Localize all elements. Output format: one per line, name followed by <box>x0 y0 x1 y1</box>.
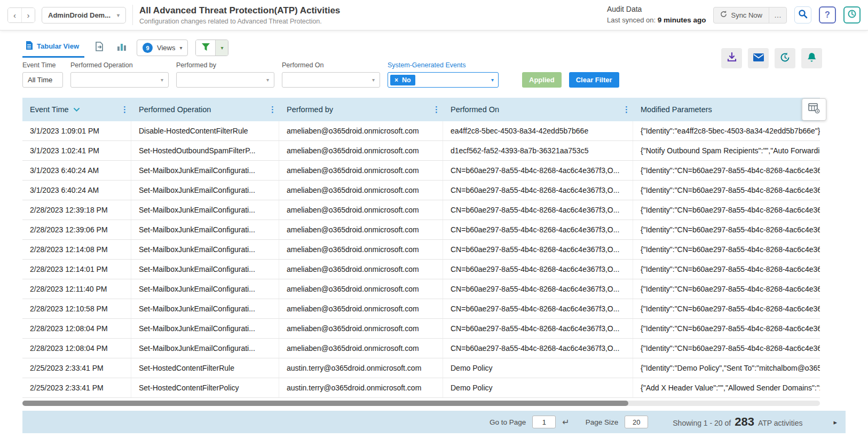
sync-now-label: Sync Now <box>731 11 762 19</box>
event-time-selector[interactable]: All Time <box>22 72 63 88</box>
table-cell: CN=b60ae297-8a55-4b4c-8268-4ac6c4e367f3,… <box>443 161 633 180</box>
column-menu-icon[interactable]: ⋮ <box>269 105 277 114</box>
table-cell: CN=b60ae297-8a55-4b4c-8268-4ac6c4e367f3,… <box>443 319 633 338</box>
sync-button-group: Sync Now … <box>713 7 787 24</box>
graphical-view-button[interactable] <box>114 41 129 54</box>
chip-label: No <box>402 76 411 84</box>
filter-performed-on: Performed On ▾ <box>282 61 380 88</box>
table-cell: ameliaben@o365droid.onmicrosoft.com <box>279 260 443 279</box>
table-cell: {"Add X Header Value":"","Allowed Sender… <box>633 378 820 397</box>
filter-dropdown-button[interactable]: ▾ <box>215 40 228 56</box>
sync-now-button[interactable]: Sync Now <box>714 7 769 23</box>
column-header-performed-by[interactable]: Performed by⋮ <box>279 98 443 121</box>
activity-history-button[interactable] <box>843 6 861 24</box>
table-row[interactable]: 2/28/2023 12:08:04 PMSet-MailboxJunkEmai… <box>22 339 820 358</box>
filter-system-generated: System-Generated Events × No ▾ <box>388 61 499 88</box>
table-cell: 2/28/2023 12:39:18 PM <box>22 200 131 220</box>
table-row[interactable]: 3/1/2023 1:02:41 PMSet-HostedOutboundSpa… <box>22 141 820 161</box>
email-report-button[interactable] <box>748 48 769 68</box>
performed-operation-select[interactable]: ▾ <box>70 72 169 88</box>
chevron-right-icon: › <box>27 11 30 20</box>
table-cell: {"Identity":"CN=b60ae297-8a55-4b4c-8268-… <box>633 161 820 180</box>
column-header-performed-on[interactable]: Performed On⋮ <box>443 98 633 121</box>
help-button[interactable]: ? <box>819 6 836 24</box>
enter-icon[interactable]: ↵ <box>562 417 569 427</box>
chevron-down-icon: ▾ <box>372 77 375 83</box>
column-menu-icon[interactable]: ⋮ <box>622 105 630 114</box>
table-cell: {"Notify Outbound Spam Recipients":"","A… <box>633 141 820 160</box>
column-menu-icon[interactable]: ⋮ <box>121 105 129 114</box>
forward-button[interactable]: › <box>21 8 35 22</box>
back-button[interactable]: ‹ <box>8 8 21 22</box>
more-options-button[interactable]: … <box>769 7 786 23</box>
file-export-icon <box>94 42 104 53</box>
chevron-down-icon: ▾ <box>117 12 120 18</box>
column-label: Event Time <box>30 105 69 114</box>
schedule-report-button[interactable] <box>775 48 795 68</box>
column-header-event-time[interactable]: Event Time⋮ <box>22 98 131 121</box>
column-settings-icon <box>808 103 820 116</box>
table-cell: {"Identity":"CN=b60ae297-8a55-4b4c-8268-… <box>633 200 820 220</box>
table-row[interactable]: 3/1/2023 1:09:01 PMDisable-HostedContent… <box>22 121 820 141</box>
table-header-row: Event Time⋮Performed Operation⋮Performed… <box>22 98 820 121</box>
table-cell: austin.terry@o365droid.onmicrosoft.com <box>279 358 443 378</box>
tab-tabular-view[interactable]: Tabular View <box>22 41 84 58</box>
table-row[interactable]: 2/28/2023 12:39:06 PMSet-MailboxJunkEmai… <box>22 220 820 240</box>
performed-by-select[interactable]: ▾ <box>176 72 274 88</box>
table-cell: {"Identity":"CN=b60ae297-8a55-4b4c-8268-… <box>633 279 820 299</box>
table-cell: ea4ff2c8-5bec-4503-8a34-42edd5b7b66e <box>443 121 633 140</box>
table-row[interactable]: 2/28/2023 12:14:01 PMSet-MailboxJunkEmai… <box>22 260 820 279</box>
column-header-performed-operation[interactable]: Performed Operation⋮ <box>131 98 279 121</box>
views-dropdown[interactable]: 9 Views ▾ <box>137 40 188 56</box>
table-row[interactable]: 2/28/2023 12:10:58 PMSet-MailboxJunkEmai… <box>22 299 820 319</box>
go-to-page-input[interactable] <box>532 416 556 428</box>
table-row[interactable]: 2/28/2023 12:08:04 PMSet-MailboxJunkEmai… <box>22 319 820 339</box>
horizontal-scrollbar[interactable] <box>22 401 820 406</box>
table-cell: Set-MailboxJunkEmailConfigurati... <box>131 181 279 200</box>
column-chooser-button[interactable] <box>802 98 826 121</box>
table-row[interactable]: 3/1/2023 6:40:24 AMSet-MailboxJunkEmailC… <box>22 181 820 200</box>
filter-chip-no[interactable]: × No <box>390 75 415 85</box>
table-row[interactable]: 2/25/2023 2:33:41 PMSet-HostedContentFil… <box>22 358 820 378</box>
go-to-page-label: Go to Page <box>490 418 526 426</box>
next-page-button[interactable]: ▸ <box>833 418 837 426</box>
applied-button[interactable]: Applied <box>522 72 562 88</box>
table-cell: ameliaben@o365droid.onmicrosoft.com <box>279 220 443 239</box>
table-cell: 3/1/2023 6:40:24 AM <box>22 181 131 200</box>
export-view-button[interactable] <box>92 41 107 54</box>
table-cell: Set-MailboxJunkEmailConfigurati... <box>131 240 279 259</box>
system-generated-select[interactable]: × No ▾ <box>388 72 499 88</box>
schedule-refresh-icon <box>780 52 790 65</box>
column-header-modified-parameters[interactable]: Modified Parameters <box>633 98 820 121</box>
column-label: Performed by <box>287 105 333 114</box>
table-cell: {"Identity":"CN=b60ae297-8a55-4b4c-8268-… <box>633 181 820 200</box>
funnel-icon <box>202 43 210 53</box>
table-cell: ameliaben@o365droid.onmicrosoft.com <box>279 141 443 160</box>
table-cell: CN=b60ae297-8a55-4b4c-8268-4ac6c4e367f3,… <box>443 299 633 318</box>
report-actions <box>721 48 822 68</box>
title-block: All Advanced Threat Protection(ATP) Acti… <box>139 5 340 25</box>
filter-button[interactable] <box>196 40 215 56</box>
table-row[interactable]: 2/25/2023 2:33:41 PMSet-HostedContentFil… <box>22 378 820 398</box>
table-row[interactable]: 2/28/2023 12:14:08 PMSet-MailboxJunkEmai… <box>22 240 820 260</box>
sort-caret-icon[interactable] <box>74 108 80 112</box>
download-button[interactable] <box>721 48 742 68</box>
page-size-input[interactable] <box>625 416 648 428</box>
table-row[interactable]: 3/1/2023 6:40:24 AMSet-MailboxJunkEmailC… <box>22 161 820 181</box>
table-cell: ameliaben@o365droid.onmicrosoft.com <box>279 200 443 220</box>
table-row[interactable]: 2/28/2023 12:39:18 PMSet-MailboxJunkEmai… <box>22 200 820 220</box>
column-menu-icon[interactable]: ⋮ <box>432 105 440 114</box>
table-cell: ameliaben@o365droid.onmicrosoft.com <box>279 299 443 318</box>
clear-filter-button[interactable]: Clear Filter <box>569 72 619 88</box>
workspace-dropdown[interactable]: AdminDroid Dem... ▾ <box>42 7 126 24</box>
column-label: Performed On <box>451 105 499 114</box>
search-button[interactable] <box>794 6 811 24</box>
page-title: All Advanced Threat Protection(ATP) Acti… <box>139 5 340 16</box>
scrollbar-thumb[interactable] <box>22 401 628 406</box>
chip-remove-icon[interactable]: × <box>394 76 398 84</box>
alert-button[interactable] <box>801 48 822 68</box>
table-row[interactable]: 2/28/2023 12:11:40 PMSet-MailboxJunkEmai… <box>22 279 820 299</box>
performed-on-select[interactable]: ▾ <box>282 72 380 88</box>
table-cell: Set-HostedContentFilterPolicy <box>131 378 279 397</box>
total-count: 283 <box>735 415 754 429</box>
